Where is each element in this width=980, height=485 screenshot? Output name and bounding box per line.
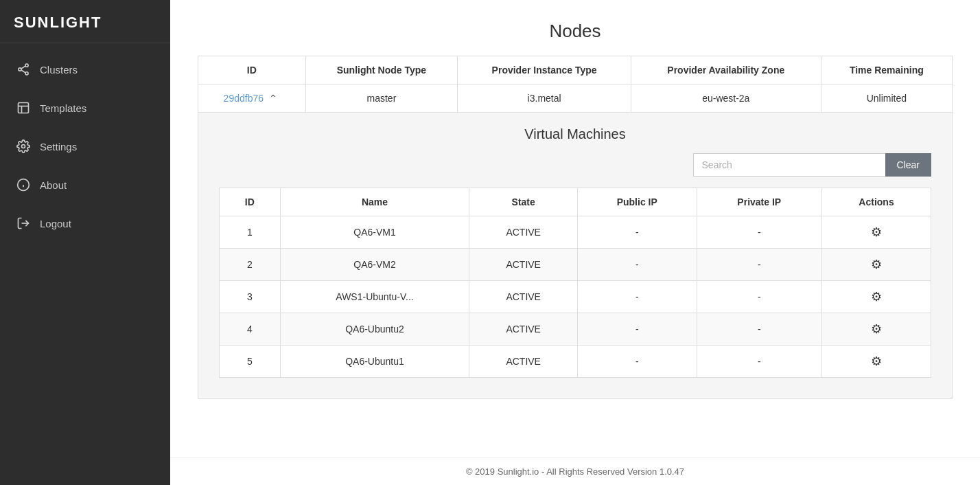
- chevron-up-button[interactable]: ⌃: [266, 93, 280, 104]
- sidebar-item-clusters[interactable]: Clusters: [0, 50, 170, 89]
- vm-actions-cell: ⚙: [822, 216, 931, 249]
- vm-id-cell: 4: [220, 313, 281, 346]
- gear-button[interactable]: ⚙: [871, 225, 882, 240]
- share-icon: [16, 63, 30, 76]
- availability-zone-cell: eu-west-2a: [631, 84, 821, 113]
- col-time-remaining: Time Remaining: [821, 56, 952, 84]
- settings-icon: [16, 139, 30, 153]
- table-row: 3 AWS1-Ubuntu-V... ACTIVE - - ⚙: [220, 281, 931, 313]
- vm-private-ip-cell: -: [697, 281, 821, 313]
- svg-rect-5: [19, 103, 29, 113]
- sidebar-item-settings[interactable]: Settings: [0, 127, 170, 166]
- col-id: ID: [198, 56, 306, 84]
- main-content: Nodes ID Sunlight Node Type Provider Ins…: [170, 0, 980, 485]
- search-input[interactable]: [693, 153, 885, 177]
- node-id-cell[interactable]: 29ddfb76 ⌃: [198, 84, 306, 113]
- search-bar: Clear: [219, 153, 931, 177]
- vm-private-ip-cell: -: [697, 216, 821, 249]
- vm-state-cell: ACTIVE: [469, 346, 578, 378]
- vm-col-state: State: [469, 188, 578, 216]
- table-row: 4 QA6-Ubuntu2 ACTIVE - - ⚙: [220, 313, 931, 346]
- vm-id-cell: 5: [220, 346, 281, 378]
- clear-button[interactable]: Clear: [885, 153, 931, 177]
- sidebar: SUNLIGHT Clusters Templates: [0, 0, 170, 485]
- vm-id-cell: 1: [220, 216, 281, 249]
- vm-public-ip-cell: -: [577, 216, 697, 249]
- col-instance-type: Provider Instance Type: [458, 56, 631, 84]
- gear-button[interactable]: ⚙: [871, 354, 882, 369]
- gear-button[interactable]: ⚙: [871, 322, 882, 337]
- gear-button[interactable]: ⚙: [871, 289, 882, 304]
- vm-actions-cell: ⚙: [822, 249, 931, 281]
- sidebar-item-logout-label: Logout: [40, 218, 71, 229]
- gear-button[interactable]: ⚙: [871, 257, 882, 272]
- sidebar-item-clusters-label: Clusters: [40, 64, 78, 76]
- vm-public-ip-cell: -: [577, 281, 697, 313]
- vm-state-cell: ACTIVE: [469, 216, 578, 249]
- node-id-link[interactable]: 29ddfb76: [224, 93, 264, 104]
- table-row: 2 QA6-VM2 ACTIVE - - ⚙: [220, 249, 931, 281]
- vm-name-cell: QA6-Ubuntu2: [280, 313, 469, 346]
- vm-private-ip-cell: -: [697, 249, 821, 281]
- content-area: Nodes ID Sunlight Node Type Provider Ins…: [170, 0, 980, 458]
- vm-table: ID Name State Public IP Private IP Actio…: [219, 188, 931, 378]
- vm-state-cell: ACTIVE: [469, 281, 578, 313]
- vm-col-private-ip: Private IP: [697, 188, 821, 216]
- sidebar-item-about[interactable]: About: [0, 166, 170, 204]
- info-icon: [16, 178, 30, 192]
- logo-text: SUNLIGHT: [14, 14, 102, 31]
- time-remaining-cell: Unlimited: [821, 84, 952, 113]
- vm-col-name: Name: [280, 188, 469, 216]
- vm-public-ip-cell: -: [577, 249, 697, 281]
- col-availability-zone: Provider Availability Zone: [631, 56, 821, 84]
- sidebar-item-templates[interactable]: Templates: [0, 89, 170, 127]
- vm-name-cell: QA6-VM2: [280, 249, 469, 281]
- vm-private-ip-cell: -: [697, 346, 821, 378]
- table-row: 5 QA6-Ubuntu1 ACTIVE - - ⚙: [220, 346, 931, 378]
- page-title: Nodes: [198, 21, 953, 42]
- table-row: 1 QA6-VM1 ACTIVE - - ⚙: [220, 216, 931, 249]
- col-node-type: Sunlight Node Type: [305, 56, 458, 84]
- vm-name-cell: QA6-Ubuntu1: [280, 346, 469, 378]
- vm-name-cell: QA6-VM1: [280, 216, 469, 249]
- sidebar-item-templates-label: Templates: [40, 102, 86, 114]
- vm-title: Virtual Machines: [219, 126, 931, 142]
- vm-state-cell: ACTIVE: [469, 313, 578, 346]
- nodes-table: ID Sunlight Node Type Provider Instance …: [198, 56, 953, 113]
- sidebar-item-settings-label: Settings: [40, 141, 77, 153]
- vm-section: Virtual Machines Clear ID Name State Pub…: [198, 113, 953, 399]
- svg-point-2: [25, 72, 28, 75]
- vm-private-ip-cell: -: [697, 313, 821, 346]
- node-type-cell: master: [305, 84, 458, 113]
- logo: SUNLIGHT: [0, 0, 170, 43]
- vm-id-cell: 2: [220, 249, 281, 281]
- vm-id-cell: 3: [220, 281, 281, 313]
- table-row: 29ddfb76 ⌃ master i3.metal eu-west-2a Un…: [198, 84, 953, 113]
- template-icon: [16, 101, 30, 115]
- vm-col-actions: Actions: [822, 188, 931, 216]
- svg-point-1: [19, 68, 21, 71]
- logout-icon: [16, 216, 30, 230]
- sidebar-item-about-label: About: [40, 179, 67, 191]
- svg-line-4: [21, 70, 25, 73]
- vm-public-ip-cell: -: [577, 313, 697, 346]
- svg-point-8: [22, 145, 25, 148]
- svg-line-3: [21, 66, 25, 69]
- vm-state-cell: ACTIVE: [469, 249, 578, 281]
- vm-col-public-ip: Public IP: [577, 188, 697, 216]
- footer: © 2019 Sunlight.io - All Rights Reserved…: [170, 458, 980, 485]
- vm-actions-cell: ⚙: [822, 313, 931, 346]
- sidebar-item-logout[interactable]: Logout: [0, 204, 170, 242]
- footer-text: © 2019 Sunlight.io - All Rights Reserved…: [466, 466, 684, 477]
- vm-name-cell: AWS1-Ubuntu-V...: [280, 281, 469, 313]
- instance-type-cell: i3.metal: [458, 84, 631, 113]
- vm-actions-cell: ⚙: [822, 281, 931, 313]
- svg-point-0: [25, 64, 28, 67]
- vm-col-id: ID: [220, 188, 281, 216]
- vm-actions-cell: ⚙: [822, 346, 931, 378]
- vm-public-ip-cell: -: [577, 346, 697, 378]
- nav-items: Clusters Templates Settings: [0, 43, 170, 485]
